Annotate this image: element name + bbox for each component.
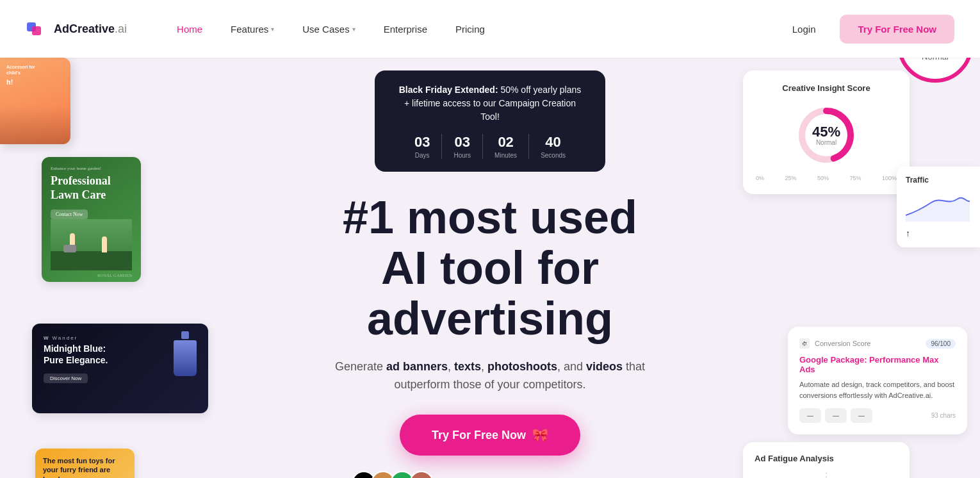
lawn-card-image [51, 219, 132, 270]
nav-cta-button[interactable]: Try For Free Now [840, 15, 954, 44]
pets-card-title: The most fun toys for your furry friend … [43, 456, 127, 478]
traffic-card: Traffic ↑ [897, 167, 980, 247]
nav-right: Login Try For Free Now [781, 15, 954, 44]
insight-card-title: Creative Insight Score [756, 83, 897, 93]
perfume-bottle-illustration [174, 331, 197, 375]
hero-heading: #1 most used AI tool for advertising [266, 192, 714, 345]
chevron-down-icon: ▾ [352, 26, 355, 33]
insight-donut: 45% Normal [756, 103, 897, 167]
countdown-seconds: 40 Seconds [529, 134, 577, 159]
logo-icon [26, 17, 49, 40]
bf-banner-text: Black Friday Extended: 50% off yearly pl… [395, 83, 585, 124]
bf-banner: Black Friday Extended: 50% off yearly pl… [375, 70, 605, 172]
conv-btn-3[interactable]: — [851, 408, 872, 423]
chevron-down-icon: ▾ [271, 26, 274, 33]
countdown-hours: 03 Hours [442, 134, 483, 159]
perfume-cta: Discover Now [44, 374, 88, 383]
traffic-chart [906, 190, 970, 222]
fatigue-chart-svg [755, 472, 898, 478]
center-area: Black Friday Extended: 50% off yearly pl… [266, 58, 714, 478]
hero-subtext: Generate ad banners, texts, photoshoots,… [335, 358, 645, 395]
conversion-card: ⏱ Conversion Score 96/100 Google Package… [788, 327, 967, 434]
lawn-card-logo: ROYAL GARDEN [51, 273, 132, 278]
conv-btn-2[interactable]: — [825, 408, 847, 423]
login-link[interactable]: Login [781, 17, 828, 41]
pets-ad-card: The most fun toys for your furry friend … [35, 449, 135, 478]
conv-chars: 93 chars [931, 412, 956, 419]
countdown-days: 03 Days [403, 134, 442, 159]
main-content: Accessori forchild's h! Enhance your hom… [0, 58, 980, 478]
nav-logo[interactable]: AdCreative.ai [26, 17, 127, 40]
avatar-user2 [409, 471, 434, 478]
conv-desc: Automate ad design, track competitors, a… [799, 379, 956, 400]
logo-text: AdCreative.ai [54, 22, 127, 36]
conversion-card-wrapper: ⏱ Conversion Score 96/100 Google Package… [788, 327, 967, 434]
social-proof: Uber 27 Supporting over 3,000,000 users … [352, 471, 628, 478]
nav-item-usecases[interactable]: Use Cases ▾ [291, 17, 366, 41]
lawn-care-ad-card: Enhance your home garden! ProfessionalLa… [42, 157, 141, 282]
conv-footer: — — — 93 chars [799, 408, 956, 423]
bf-countdown: 03 Days 03 Hours 02 Minutes 40 Seconds [395, 134, 585, 159]
top-left-ad-card: Accessori forchild's h! [0, 58, 70, 144]
nav-item-enterprise[interactable]: Enterprise [372, 17, 439, 41]
conv-icon: ⏱ [799, 338, 810, 349]
lawn-card-subtitle: Enhance your home garden! [51, 166, 132, 171]
nav-links: Home Features ▾ Use Cases ▾ Enterprise P… [165, 17, 781, 41]
conv-btn-1[interactable]: — [799, 408, 821, 423]
hero-cta-button[interactable]: Try For Free Now 🎀 [400, 415, 580, 456]
perfume-ad-card: W Wander Midnight Blue:Pure Elegance. Di… [32, 324, 208, 413]
conv-header: ⏱ Conversion Score 96/100 [799, 338, 956, 349]
conv-score-badge: 96/100 [926, 339, 956, 349]
fatigue-card-title: Ad Fatigue Analysis [755, 454, 898, 463]
nav-item-home[interactable]: Home [165, 17, 214, 41]
insight-labels: 0% 25% 50% 75% 100% [756, 175, 897, 181]
nav-item-pricing[interactable]: Pricing [444, 17, 496, 41]
conv-action-btns: — — — [799, 408, 872, 423]
rocket-icon: 🎀 [532, 427, 548, 443]
nav-item-features[interactable]: Features ▾ [219, 17, 286, 41]
hero-line2: AI tool for advertising [266, 243, 714, 344]
insight-card: Creative Insight Score 45% Normal 0% 25% [743, 70, 910, 194]
hero-line1: #1 most used [266, 192, 714, 243]
conv-label: Conversion Score [815, 340, 870, 347]
fatigue-card-wrapper: Ad Fatigue Analysis [743, 442, 910, 478]
conv-title: Google Package: Performance Max Ads [799, 355, 956, 374]
avatar-group: Uber 27 [352, 471, 434, 478]
navbar: AdCreative.ai Home Features ▾ Use Cases … [0, 0, 980, 58]
svg-rect-1 [32, 26, 41, 35]
traffic-card-title: Traffic [906, 176, 971, 185]
fatigue-card: Ad Fatigue Analysis [743, 442, 910, 478]
lawn-card-cta: Contact Now [51, 210, 88, 219]
countdown-minutes: 02 Minutes [483, 134, 529, 159]
insight-card-wrapper: Creative Insight Score 45% Normal 0% 25% [743, 70, 910, 194]
insight-center-text: 45% Normal [812, 125, 840, 146]
lawn-card-title: ProfessionalLawn Care [51, 174, 132, 202]
